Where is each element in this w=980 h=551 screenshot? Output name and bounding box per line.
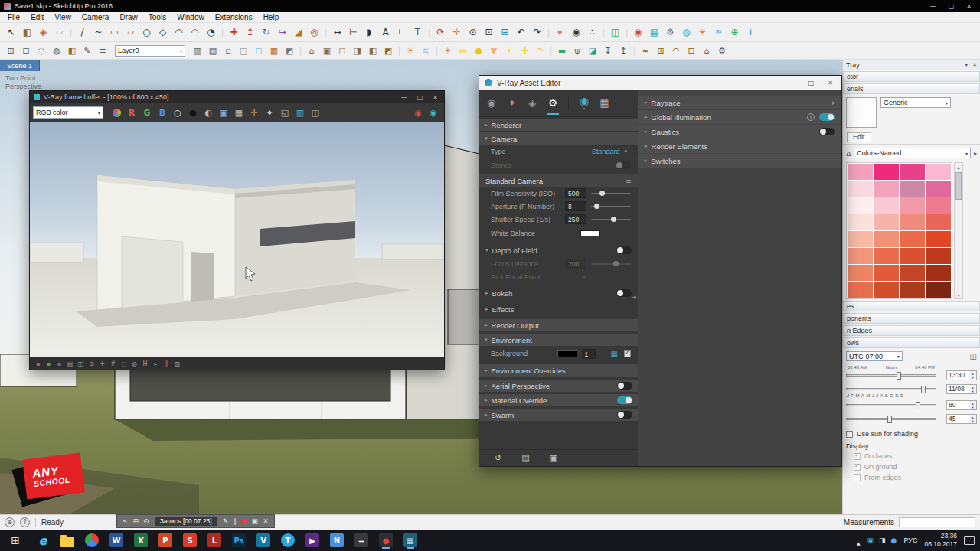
color-swatch[interactable] <box>874 248 899 264</box>
on-ground-checkbox[interactable] <box>854 464 861 471</box>
color-swatch[interactable] <box>926 197 951 214</box>
camera-section[interactable]: Camera <box>479 132 638 145</box>
select-tool[interactable]: ↖ <box>3 24 19 40</box>
home-icon[interactable] <box>846 149 851 158</box>
menu-item[interactable]: Tools <box>143 13 172 21</box>
model-info-button[interactable]: i <box>743 24 759 40</box>
back-view-button[interactable]: ◧ <box>365 43 381 58</box>
taskbar-powerpoint[interactable]: P <box>153 530 178 551</box>
vray-rect-light-button[interactable]: ▭ <box>456 43 471 58</box>
panel-header-components[interactable]: ponents <box>843 313 980 324</box>
color-swatch[interactable] <box>900 282 925 298</box>
toolbar-separator[interactable]: | <box>396 43 403 58</box>
pie-tool[interactable]: ◔ <box>203 24 219 40</box>
help-icon[interactable] <box>20 517 30 527</box>
rotated-rectangle-tool[interactable]: ▱ <box>122 24 139 40</box>
color-swatch[interactable] <box>926 282 951 298</box>
vray-mesh-import-button[interactable]: ↥ <box>616 43 631 58</box>
scale-tool[interactable]: ◢ <box>290 24 306 40</box>
hide-button[interactable]: ◌ <box>34 43 49 58</box>
sandbox-from-scratch-button[interactable]: ⊞ <box>653 43 668 58</box>
background-value-field[interactable]: 1 <box>582 349 596 359</box>
tray-volume-icon[interactable]: ◨ <box>879 536 886 544</box>
move-tool[interactable]: ✚ <box>226 24 242 40</box>
add-scene-button[interactable]: ⊕ <box>727 24 743 40</box>
fog-button[interactable]: ≋ <box>710 24 727 40</box>
color-swatch[interactable] <box>874 164 899 180</box>
save-image-button[interactable]: ▣ <box>216 106 231 119</box>
asset-editor-titlebar[interactable]: V-Ray Asset Editor — □ ✕ <box>479 76 841 90</box>
right-view-button[interactable]: ◨ <box>350 43 365 58</box>
white-channel-button[interactable]: ○ <box>170 106 185 119</box>
fog-dialog-button[interactable]: ≋ <box>418 43 433 58</box>
toolbar-separator[interactable]: | <box>547 43 554 58</box>
follow-me-tool[interactable]: ↪ <box>274 24 290 40</box>
shaded-button[interactable]: ◻ <box>251 43 266 58</box>
menu-item[interactable]: Draw <box>114 13 142 21</box>
time-slider[interactable] <box>846 374 936 377</box>
menu-item[interactable]: View <box>49 13 77 21</box>
vray-node-button[interactable]: ◍ <box>678 24 694 40</box>
vray-frame-buffer-button[interactable]: ▦ <box>646 24 662 40</box>
vfb-footer-icon[interactable]: ◫ <box>77 360 85 367</box>
extension-warehouse-button[interactable]: ⌂ <box>699 43 714 58</box>
taskbar-recorder[interactable]: ● <box>374 530 398 551</box>
circle-tool[interactable]: ○ <box>139 24 155 40</box>
vfb-footer-icon[interactable]: ◌ <box>119 360 128 367</box>
measurements-input[interactable] <box>899 517 975 527</box>
spinner-arrows-icon[interactable] <box>969 384 977 394</box>
toolbar-separator[interactable]: | <box>631 43 638 58</box>
color-swatch[interactable] <box>848 282 873 298</box>
param-value-field[interactable]: 250 <box>565 214 586 224</box>
layer-pencil-icon[interactable]: ✎ <box>80 43 95 58</box>
color-swatch[interactable] <box>900 164 925 180</box>
color-swatch[interactable] <box>900 197 925 214</box>
axes-tool[interactable]: ∟ <box>394 24 410 40</box>
depth-of-field-row[interactable]: Depth of Field <box>479 243 638 257</box>
sandbox-from-contours-button[interactable]: ≈ <box>638 43 653 58</box>
rectangle-tool[interactable]: ▭ <box>106 24 122 40</box>
make-group-button[interactable]: ⊞ <box>3 43 18 58</box>
color-swatch[interactable] <box>926 231 951 247</box>
toolbar-separator[interactable]: | <box>322 24 329 40</box>
color-swatch[interactable] <box>926 265 951 281</box>
wireframe-button[interactable]: ▫ <box>220 43 236 58</box>
tape-measure-tool[interactable]: ↔ <box>329 24 345 40</box>
red-channel-button[interactable]: R <box>124 106 139 119</box>
vfb-footer-icon[interactable]: H <box>141 360 149 367</box>
vfb-info-icon[interactable]: ◉ <box>426 106 441 119</box>
position-camera-tool[interactable]: ⌖ <box>552 24 568 40</box>
color-swatch[interactable] <box>874 231 899 247</box>
arc-tool[interactable]: ◠ <box>171 24 187 40</box>
renderer-section[interactable]: Renderer <box>479 119 638 131</box>
taskbar-word[interactable]: W <box>104 530 129 551</box>
vfb-footer-icon[interactable]: ⊞ <box>87 360 96 367</box>
region-render-button[interactable]: ◱ <box>277 106 292 119</box>
tray-vray-icon[interactable]: ▣ <box>867 536 874 544</box>
taskbar-sketchup[interactable]: S <box>178 530 202 551</box>
channel-dropdown[interactable]: RGB color <box>33 106 103 119</box>
menu-item[interactable]: Camera <box>77 13 115 21</box>
freehand-tool[interactable]: ~ <box>90 24 106 40</box>
recorder-cursor-icon[interactable]: ↖ <box>122 517 129 525</box>
color-swatch[interactable] <box>900 248 925 264</box>
layer-color-button[interactable]: ◧ <box>64 43 80 58</box>
toolbar-separator[interactable]: | <box>433 43 440 58</box>
rotate-tool[interactable]: ↻ <box>258 24 274 40</box>
menu-item[interactable]: File <box>2 13 25 21</box>
minimize-button[interactable]: — <box>789 80 795 86</box>
collection-arrow-icon[interactable] <box>974 149 977 157</box>
focus-distance-field[interactable]: 200 <box>565 259 586 269</box>
hidden-icons-arrow[interactable] <box>857 533 861 548</box>
color-swatch[interactable] <box>874 214 899 230</box>
scroll-up-icon[interactable] <box>957 163 961 171</box>
textured-button[interactable]: ▦ <box>266 43 282 58</box>
color-swatch[interactable] <box>848 214 873 230</box>
load-settings-button[interactable]: ▤ <box>521 453 529 463</box>
frame-buffer-titlebar[interactable]: V-Ray frame buffer - [100% of 800 x 450]… <box>30 91 444 103</box>
vfb-footer-icon[interactable]: ▤ <box>66 360 74 367</box>
vray-render-button[interactable]: ◉ <box>630 24 646 40</box>
render-options-arrow-icon[interactable]: ▾ <box>583 107 586 111</box>
color-swatch[interactable] <box>848 197 873 214</box>
color-swatch[interactable] <box>874 181 899 197</box>
